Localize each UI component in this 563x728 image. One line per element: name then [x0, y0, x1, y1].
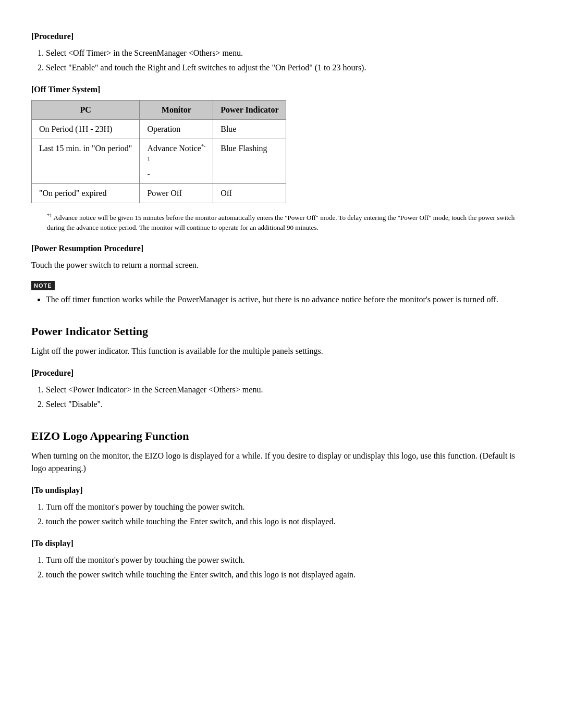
power-resumption-text: Touch the power switch to return a norma…	[31, 259, 532, 272]
power-resumption-heading: [Power Resumption Procedure]	[31, 242, 532, 255]
to-undisplay-list: Turn off the monitor's power by touching…	[31, 501, 532, 528]
row3-pc: "On period" expired	[32, 183, 140, 203]
power-indicator-setting-heading: Power Indicator Setting	[31, 323, 532, 340]
row2-power-indicator: Blue Flashing	[213, 139, 286, 184]
footnote-sup: *1	[47, 213, 52, 218]
list-item: The off timer function works while the P…	[46, 293, 532, 306]
table-row: "On period" expired Power Off Off	[32, 183, 286, 203]
row3-power-indicator: Off	[213, 183, 286, 203]
note-list: The off timer function works while the P…	[31, 293, 532, 306]
power-indicator-setting-description: Light off the power indicator. This func…	[31, 345, 532, 357]
row1-pc: On Period (1H - 23H)	[32, 120, 140, 139]
table-row: Last 15 min. in "On period" Advance Noti…	[32, 139, 286, 184]
row1-monitor: Operation	[140, 120, 213, 139]
procedure1-list: Select <Off Timer> in the ScreenManager …	[31, 47, 532, 74]
power-indicator-procedure-list: Select <Power Indicator> in the ScreenMa…	[31, 384, 532, 411]
list-item: touch the power switch while touching th…	[46, 515, 532, 528]
list-item: Turn off the monitor's power by touching…	[46, 501, 532, 513]
advance-notice-dash: -	[147, 168, 205, 180]
list-item: touch the power switch while touching th…	[46, 569, 532, 581]
eizo-logo-heading: EIZO Logo Appearing Function	[31, 427, 532, 445]
list-item: Select "Disable".	[46, 398, 532, 411]
power-indicator-setting-section: Power Indicator Setting Light off the po…	[31, 323, 532, 411]
advance-notice-cell: Advance Notice*-1 -	[147, 142, 205, 180]
table-row: On Period (1H - 23H) Operation Blue	[32, 120, 286, 139]
off-timer-section: [Off Timer System] PC Monitor Power Indi…	[31, 83, 532, 233]
note-badge: NOTE	[31, 281, 55, 291]
row1-power-indicator: Blue	[213, 120, 286, 139]
off-timer-table: PC Monitor Power Indicator On Period (1H…	[31, 100, 286, 203]
table-header-power-indicator: Power Indicator	[213, 101, 286, 120]
to-display-list: Turn off the monitor's power by touching…	[31, 554, 532, 581]
list-item: Select <Off Timer> in the ScreenManager …	[46, 47, 532, 59]
eizo-logo-section: EIZO Logo Appearing Function When turnin…	[31, 427, 532, 581]
power-resumption-section: [Power Resumption Procedure] Touch the p…	[31, 242, 532, 272]
procedure1-section: [Procedure] Select <Off Timer> in the Sc…	[31, 30, 532, 74]
advance-notice-text: Advance Notice*-1	[147, 142, 205, 168]
table-header-pc: PC	[32, 101, 140, 120]
power-indicator-procedure-heading: [Procedure]	[31, 367, 532, 379]
note-section: NOTE The off timer function works while …	[31, 279, 532, 306]
footnote-text: *1 Advance notice will be given 15 minut…	[31, 212, 532, 233]
to-undisplay-heading: [To undisplay]	[31, 484, 532, 497]
row2-monitor: Advance Notice*-1 -	[140, 139, 213, 184]
table-header-monitor: Monitor	[140, 101, 213, 120]
row2-pc: Last 15 min. in "On period"	[32, 139, 140, 184]
to-display-heading: [To display]	[31, 537, 532, 550]
list-item: Turn off the monitor's power by touching…	[46, 554, 532, 566]
procedure1-heading: [Procedure]	[31, 30, 532, 43]
row3-monitor: Power Off	[140, 183, 213, 203]
list-item: Select "Enable" and touch the Right and …	[46, 61, 532, 74]
off-timer-heading: [Off Timer System]	[31, 83, 532, 96]
list-item: Select <Power Indicator> in the ScreenMa…	[46, 384, 532, 396]
eizo-logo-description: When turning on the monitor, the EIZO lo…	[31, 450, 532, 475]
